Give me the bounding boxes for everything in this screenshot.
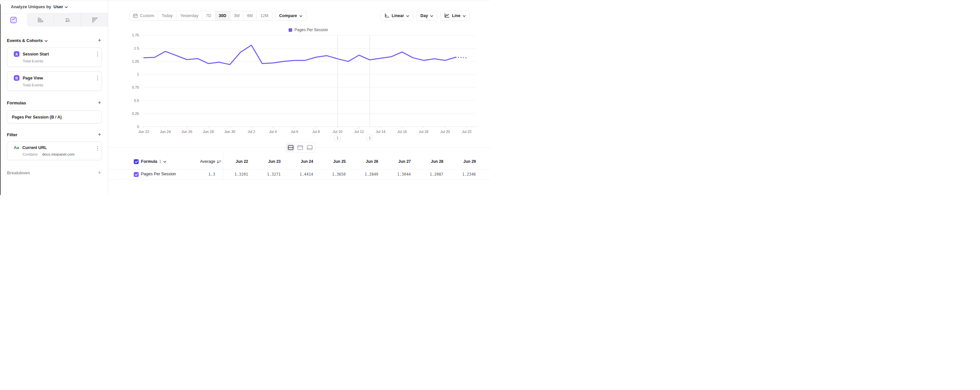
svg-text:Jul 2: Jul 2 [247, 130, 255, 134]
svg-text:0.5: 0.5 [134, 98, 139, 102]
filter-value: docs.mixpanel.com [42, 152, 74, 156]
range-today[interactable]: Today [158, 11, 176, 21]
layout-table-icon [307, 145, 313, 150]
annotation-badge[interactable]: 1 [366, 135, 373, 141]
chart-canvas[interactable]: 00.250.50.7511.251.51.75Jun 22Jun 24Jun … [108, 21, 490, 147]
sidebar-body: Events & Cohorts + ASession StartTotal E… [0, 37, 108, 176]
line-chart: Pages Per Session 00.250.50.7511.251.51.… [108, 21, 490, 147]
event-metric[interactable]: Total Events [7, 57, 102, 67]
tab-insights[interactable] [0, 13, 27, 27]
event-name: Session Start [23, 52, 49, 57]
average-value: 1.3 [176, 172, 215, 177]
range-3m[interactable]: 3M [230, 11, 243, 21]
filter-header: Filter + [7, 132, 102, 138]
chart-type-button[interactable]: Line [440, 11, 470, 21]
svg-text:Jul 10: Jul 10 [332, 130, 342, 134]
event-name: Page View [23, 76, 43, 81]
tab-bar-chart[interactable] [27, 13, 54, 27]
annotation-badge[interactable]: 1 [334, 135, 341, 141]
formula-group-selector[interactable]: Formula 1 [141, 159, 166, 164]
formula-card[interactable]: Pages Per Session (B / A) [7, 110, 102, 124]
filter-operator: Contains [23, 152, 37, 156]
series-line [144, 45, 456, 65]
formulas-header: Formulas + [7, 100, 102, 106]
event-card[interactable]: BPage ViewTotal Events [7, 71, 102, 91]
range-7d[interactable]: 7D [202, 11, 215, 21]
kebab-icon[interactable] [97, 76, 98, 82]
layout-chart-button[interactable] [296, 143, 305, 152]
filter-card[interactable]: AaCurrent URLContainsdocs.mixpanel.com [7, 141, 102, 160]
add-filter-button[interactable]: + [97, 132, 102, 138]
tab-group-rest [27, 13, 108, 27]
svg-text:Jun 26: Jun 26 [181, 130, 192, 134]
table-column-divider [223, 152, 223, 179]
date-column-header: Jun 26 [346, 159, 378, 164]
svg-text:Jul 14: Jul 14 [375, 130, 385, 134]
date-column-values: 1.32011.32711.44141.36501.28491.30441.20… [216, 172, 476, 177]
scale-button[interactable]: Linear [380, 11, 414, 21]
event-card[interactable]: ASession StartTotal Events [7, 47, 102, 67]
svg-text:Jul 12: Jul 12 [354, 130, 364, 134]
table-header-row: Formula 1 Average Jun 22Jun 23Jun 24Jun … [108, 154, 490, 170]
svg-text:0.25: 0.25 [132, 112, 139, 116]
svg-text:Jun 24: Jun 24 [160, 130, 170, 134]
filter-condition[interactable]: Containsdocs.mixpanel.com [7, 150, 102, 160]
svg-text:Jul 22: Jul 22 [462, 130, 471, 134]
analyze-by-selector[interactable]: User [54, 4, 68, 9]
results-table: Formula 1 Average Jun 22Jun 23Jun 24Jun … [108, 148, 490, 195]
cell-value: 1.3044 [378, 172, 411, 177]
tab-retention-grid[interactable] [81, 13, 108, 27]
report-panel: CustomTodayYesterday7D30D3M6M12M Compare… [108, 0, 490, 195]
average-column-header: Average [169, 159, 215, 164]
row-checkbox[interactable] [134, 172, 139, 177]
range-30d[interactable]: 30D [215, 11, 230, 21]
filter-cards: AaCurrent URLContainsdocs.mixpanel.com [7, 141, 102, 160]
granularity-button[interactable]: Day [416, 11, 438, 21]
range-6m[interactable]: 6M [243, 11, 256, 21]
series-name: Pages Per Session [141, 172, 176, 176]
svg-text:1.25: 1.25 [132, 59, 139, 63]
window-edge [0, 4, 1, 195]
svg-text:Jul 6: Jul 6 [291, 130, 298, 134]
date-range-selector: CustomTodayYesterday7D30D3M6M12M [129, 11, 272, 21]
chevron-down-icon [430, 13, 433, 18]
select-all-checkbox[interactable] [134, 159, 139, 164]
svg-text:1.75: 1.75 [132, 33, 139, 37]
chevron-down-icon [406, 13, 409, 18]
chevron-down-icon [163, 159, 166, 164]
event-metric[interactable]: Total Events [7, 81, 102, 90]
analyze-by-label: Analyze Uniques by [11, 4, 51, 9]
add-event-button[interactable]: + [97, 37, 102, 43]
tab-flows[interactable] [54, 13, 81, 27]
mixpanel-insights-app: Analyze Uniques by User Events & Cohorts… [0, 0, 490, 195]
chevron-down-icon [463, 13, 466, 18]
compare-button[interactable]: Compare [275, 11, 307, 21]
date-column-header: Jun 29 [443, 159, 476, 164]
cell-value: 1.3650 [313, 172, 346, 177]
event-letter-badge: B [14, 75, 19, 81]
add-formula-button[interactable]: + [97, 100, 102, 106]
event-cards: ASession StartTotal EventsBPage ViewTota… [7, 47, 102, 91]
svg-text:0.75: 0.75 [132, 86, 139, 89]
range-custom[interactable]: Custom [129, 11, 158, 21]
kebab-icon[interactable] [97, 52, 98, 58]
kebab-icon[interactable] [97, 146, 98, 152]
layout-split-button[interactable] [286, 143, 295, 152]
range-12m[interactable]: 12M [256, 11, 272, 21]
formulas-title: Formulas [7, 100, 26, 105]
cell-value: 1.2087 [411, 172, 443, 177]
layout-table-button[interactable] [305, 143, 314, 152]
svg-text:Jul 18: Jul 18 [419, 130, 428, 134]
cell-value: 1.4414 [281, 172, 313, 177]
range-yesterday[interactable]: Yesterday [176, 11, 202, 21]
chevron-down-icon [45, 38, 48, 43]
date-column-header: Jun 27 [378, 159, 411, 164]
cell-value: 1.3271 [248, 172, 281, 177]
analyze-header: Analyze Uniques by User [0, 0, 108, 13]
query-builder-sidebar: Analyze Uniques by User Events & Cohorts… [0, 0, 108, 195]
svg-text:Jun 28: Jun 28 [203, 130, 214, 134]
events-cohorts-title[interactable]: Events & Cohorts [7, 38, 48, 43]
line-chart-icon [444, 13, 450, 19]
cell-value: 1.2346 [443, 172, 476, 177]
add-breakdown-button[interactable]: + [97, 170, 102, 176]
